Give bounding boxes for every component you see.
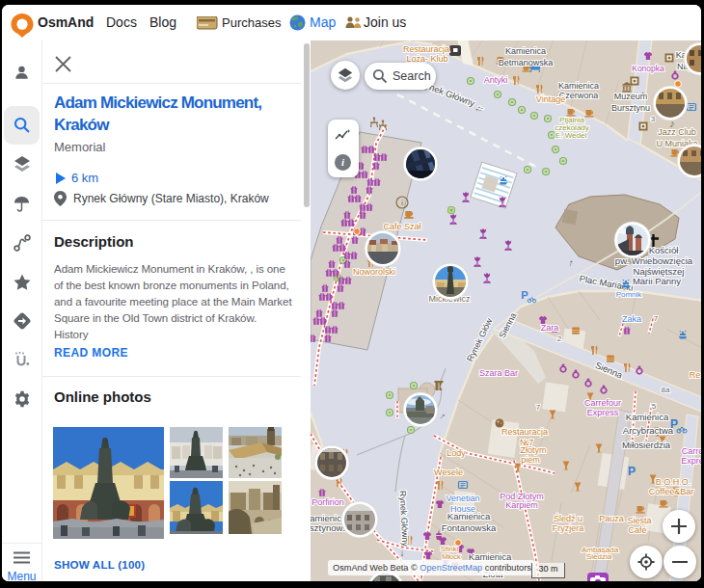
svg-text:↓: ↓ [400,548,405,558]
svg-text:2: 2 [557,334,562,343]
svg-text:Venetian: Venetian [446,494,479,503]
svg-text:Złotym: Złotym [521,445,547,455]
svg-text:Carre: Carre [682,446,701,456]
svg-text:Rest: Rest [690,370,701,380]
svg-text:Kamienica: Kamienica [505,46,546,56]
svg-text:Carrefour: Carrefour [584,398,621,408]
svg-text:Fryzjera: Fryzjera [553,523,584,533]
svg-text:Lody: Lody [447,448,466,458]
svg-text:Expre: Expre [681,456,701,466]
svg-text:Bursztynu: Bursztynu [611,103,650,113]
svg-text:piem: piem [521,455,540,465]
svg-text:Miłosierdzia: Miłosierdzia [622,440,671,450]
svg-text:Śledzia: Śledzia [586,552,612,561]
svg-text:Jazz Club: Jazz Club [658,127,696,137]
svg-text:Restauracja: Restauracja [501,427,548,437]
svg-text:Śledź u: Śledź u [554,513,582,523]
svg-text:Zara: Zara [541,323,559,333]
svg-text:Wesele: Wesele [434,468,463,477]
svg-text:E. Wedel: E. Wedel [555,131,587,140]
svg-text:Cafe Szał: Cafe Szał [383,222,420,231]
svg-text:8a: 8a [662,386,670,394]
svg-text:Kamienica: Kamienica [558,81,599,91]
svg-text:Kościół: Kościół [649,245,680,255]
svg-text:Marii Panny: Marii Panny [633,276,681,286]
svg-text:Pauza: Pauza [599,514,624,523]
svg-text:Betmanowska: Betmanowska [499,58,554,67]
svg-text:P: P [628,465,636,478]
svg-text:Siesta: Siesta [627,516,651,525]
svg-text:3: 3 [651,115,656,123]
svg-text:Fontanowska: Fontanowska [442,522,497,533]
svg-text:Rynek Główny: Rynek Główny [397,491,410,548]
svg-text:House: House [450,504,475,514]
svg-text:Muzeum: Muzeum [614,92,648,101]
svg-text:Pomnik: Pomnik [616,290,643,299]
svg-text:Karpiem: Karpiem [505,500,538,510]
svg-text:Coffee&Bar: Coffee&Bar [649,487,693,496]
svg-text:7: 7 [654,314,659,323]
svg-text:Porfirion: Porfirion [311,497,344,507]
svg-text:Express: Express [587,408,619,417]
svg-text:7: 7 [536,403,541,412]
svg-text:↑: ↑ [438,411,448,421]
svg-text:Noworolski: Noworolski [353,267,395,277]
svg-text:P: P [521,289,528,301]
svg-text:Café: Café [628,525,646,535]
svg-text:Kamienica: Kamienica [626,412,669,422]
svg-text:5: 5 [652,402,657,411]
svg-text:Restauracja: Restauracja [403,44,449,54]
svg-text:Konopka: Konopka [632,64,664,73]
svg-text:↑: ↑ [567,257,575,269]
svg-text:Szara Bar: Szara Bar [479,368,518,378]
svg-text:Antyki: Antyki [484,75,508,85]
svg-text:B.O.H.O.: B.O.H.O. [656,477,691,487]
svg-text:Zaka: Zaka [622,314,641,324]
svg-text:Arcybractwa: Arcybractwa [623,425,674,436]
svg-text:Vintage: Vintage [536,94,565,104]
